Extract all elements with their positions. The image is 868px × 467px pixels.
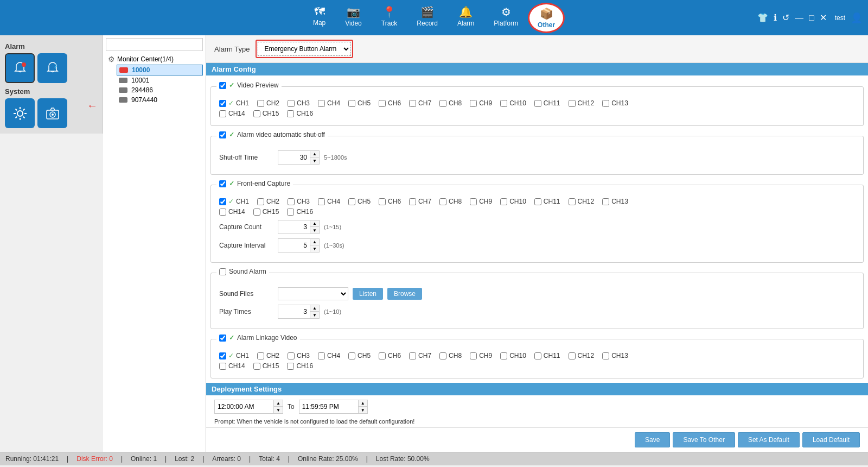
shutoff-checkbox[interactable] — [219, 131, 226, 138]
al-ch3[interactable]: CH3 — [288, 352, 310, 359]
from-time-input[interactable] — [214, 400, 274, 414]
al-ch11[interactable]: CH11 — [534, 352, 560, 359]
al-ch2[interactable]: CH2 — [257, 352, 279, 359]
al-ch10[interactable]: CH10 — [500, 352, 526, 359]
play-times-down[interactable]: ▼ — [310, 312, 319, 318]
vp-ch3[interactable]: CH3 — [288, 99, 310, 107]
fc-ch5[interactable]: CH5 — [348, 198, 371, 205]
al-ch9[interactable]: CH9 — [470, 352, 492, 359]
user-avatar-icon[interactable]: 👤 — [851, 12, 863, 24]
vp-ch9[interactable]: CH9 — [470, 99, 492, 107]
play-times-up[interactable]: ▲ — [310, 305, 319, 312]
set-as-default-button[interactable]: Set As Default — [738, 432, 800, 447]
frontend-capture-checkbox[interactable] — [219, 180, 226, 187]
capture-interval-down[interactable]: ▼ — [310, 245, 319, 252]
save-to-other-button[interactable]: Save To Other — [673, 432, 735, 447]
al-ch13[interactable]: CH13 — [602, 352, 628, 359]
fc-ch4[interactable]: CH4 — [318, 198, 340, 205]
tree-child-294486[interactable]: 294486 — [117, 85, 203, 95]
vp-ch10[interactable]: CH10 — [500, 99, 526, 107]
fc-ch13[interactable]: CH13 — [602, 198, 628, 205]
al-ch8[interactable]: CH8 — [439, 352, 462, 359]
al-ch6[interactable]: CH6 — [379, 352, 401, 359]
top-icon-minimize[interactable]: — — [795, 13, 803, 23]
nav-other[interactable]: 📦 Other — [528, 3, 565, 33]
load-default-button[interactable]: Load Default — [802, 432, 860, 447]
vp-ch7[interactable]: CH7 — [409, 99, 431, 107]
to-time-input[interactable] — [299, 400, 359, 414]
top-icon-maximize[interactable]: □ — [809, 13, 814, 23]
sound-files-select[interactable] — [278, 287, 348, 300]
browse-button[interactable]: Browse — [387, 288, 422, 300]
top-icon-info[interactable]: ℹ — [774, 12, 777, 23]
vp-ch8[interactable]: CH8 — [439, 99, 462, 107]
vp-ch11[interactable]: CH11 — [534, 99, 560, 107]
al-ch4[interactable]: CH4 — [318, 352, 340, 359]
vp-ch14[interactable]: CH14 — [219, 110, 245, 117]
al-ch5[interactable]: CH5 — [348, 352, 371, 359]
to-time-up[interactable]: ▲ — [359, 400, 367, 407]
tree-child-907A440[interactable]: 907A440 — [117, 95, 203, 105]
fc-ch8[interactable]: CH8 — [439, 198, 462, 205]
fc-ch2[interactable]: CH2 — [257, 198, 279, 205]
fc-ch12[interactable]: CH12 — [569, 198, 595, 205]
from-time-up[interactable]: ▲ — [274, 400, 283, 407]
fc-ch15[interactable]: CH15 — [253, 208, 279, 216]
shutoff-down-btn[interactable]: ▼ — [310, 157, 319, 164]
alarm-type-select[interactable]: Emergency Button Alarm Speeding Alarm Lo… — [258, 42, 351, 56]
play-times-input[interactable] — [278, 305, 310, 319]
al-ch1[interactable]: ✓ CH1 — [219, 352, 249, 359]
tree-root-item[interactable]: ⚙ Monitor Center(1/4) — [106, 54, 203, 65]
fc-ch9[interactable]: CH9 — [470, 198, 492, 205]
al-ch12[interactable]: CH12 — [569, 352, 595, 359]
al-ch16[interactable]: CH16 — [287, 362, 313, 370]
vp-ch5[interactable]: CH5 — [348, 99, 371, 107]
fc-ch7[interactable]: CH7 — [409, 198, 431, 205]
vp-ch2[interactable]: CH2 — [257, 99, 279, 107]
vp-ch13[interactable]: CH13 — [602, 99, 628, 107]
tree-child-10000[interactable]: 10000 — [117, 65, 203, 75]
to-time-down[interactable]: ▼ — [359, 407, 367, 413]
al-ch7[interactable]: CH7 — [409, 352, 431, 359]
alarm-linkage-checkbox[interactable] — [219, 335, 226, 342]
al-ch14[interactable]: CH14 — [219, 362, 245, 370]
tree-child-10001[interactable]: 10001 — [117, 75, 203, 85]
shutoff-value-input[interactable] — [278, 150, 310, 165]
fc-ch11[interactable]: CH11 — [534, 198, 560, 205]
nav-video[interactable]: 📷 Video — [335, 3, 371, 33]
tree-search-input[interactable] — [106, 38, 203, 51]
vp-ch16[interactable]: CH16 — [287, 110, 313, 117]
vp-ch1[interactable]: ✓ CH1 — [219, 99, 249, 107]
al-ch15[interactable]: CH15 — [253, 362, 279, 370]
fc-ch3[interactable]: CH3 — [288, 198, 310, 205]
sound-alarm-checkbox[interactable] — [219, 268, 226, 275]
vp-ch6[interactable]: CH6 — [379, 99, 401, 107]
fc-ch16[interactable]: CH16 — [287, 208, 313, 216]
vp-ch4[interactable]: CH4 — [318, 99, 340, 107]
top-icon-close[interactable]: ✕ — [820, 12, 827, 23]
capture-interval-input[interactable] — [278, 238, 310, 253]
fc-ch10[interactable]: CH10 — [500, 198, 526, 205]
vp-ch15[interactable]: CH15 — [253, 110, 279, 117]
nav-record[interactable]: 🎬 Record — [407, 3, 448, 33]
capture-count-input[interactable] — [278, 220, 310, 234]
vp-ch12[interactable]: CH12 — [569, 99, 595, 107]
system-tool-button[interactable] — [5, 98, 35, 128]
system-camera-button[interactable] — [37, 98, 67, 128]
top-icon-shirt[interactable]: 👕 — [757, 12, 768, 23]
video-preview-checkbox[interactable] — [219, 82, 226, 89]
fc-ch6[interactable]: CH6 — [379, 198, 401, 205]
capture-interval-up[interactable]: ▲ — [310, 239, 319, 245]
capture-count-up[interactable]: ▲ — [310, 220, 319, 227]
listen-button[interactable]: Listen — [353, 288, 383, 300]
fc-ch14[interactable]: CH14 — [219, 208, 245, 216]
shutoff-up-btn[interactable]: ▲ — [310, 151, 319, 157]
nav-platform[interactable]: ⚙ Platform — [484, 3, 528, 33]
capture-count-down[interactable]: ▼ — [310, 227, 319, 234]
save-button[interactable]: Save — [635, 432, 670, 447]
nav-map[interactable]: 🗺 Map — [303, 3, 335, 33]
alarm-bell-button[interactable] — [5, 53, 35, 83]
nav-alarm[interactable]: 🔔 Alarm — [448, 3, 484, 33]
alarm-config-button[interactable] — [37, 53, 67, 83]
nav-track[interactable]: 📍 Track — [372, 3, 407, 33]
